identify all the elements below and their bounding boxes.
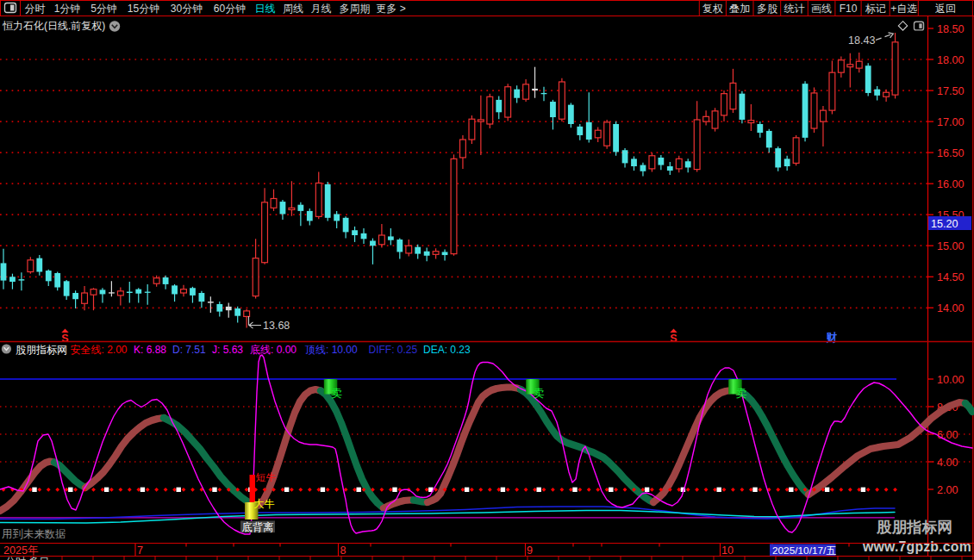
svg-text:18.43: 18.43: [848, 34, 876, 47]
svg-text:14.50: 14.50: [937, 271, 965, 283]
svg-text:分时 多日: 分时 多日: [5, 556, 49, 560]
svg-text:卖: 卖: [331, 387, 342, 400]
svg-text:1分钟: 1分钟: [54, 3, 81, 15]
svg-text:标记: 标记: [865, 3, 886, 15]
svg-text:6.00: 6.00: [937, 429, 958, 441]
svg-text:恒力石化(日线.前复权): 恒力石化(日线.前复权): [2, 20, 105, 32]
svg-text:30分钟: 30分钟: [171, 3, 203, 15]
svg-text:复权: 复权: [702, 3, 723, 15]
svg-text:多股: 多股: [757, 3, 777, 15]
svg-text:统计: 统计: [784, 3, 805, 15]
svg-text:16.50: 16.50: [937, 147, 965, 159]
svg-text:F10: F10: [840, 3, 858, 15]
svg-text:S: S: [670, 333, 677, 345]
svg-text:10: 10: [721, 544, 734, 557]
svg-text:日线: 日线: [255, 3, 276, 15]
svg-text:叠加: 叠加: [729, 3, 750, 15]
svg-text:卖: 卖: [736, 387, 747, 400]
svg-text:股朋指标网 安全线: 2.00 K: 6.88 D: 7.5: 股朋指标网 安全线: 2.00 K: 6.88 D: 7.51 J: 5.63 …: [16, 344, 471, 356]
svg-text:大牛: 大牛: [253, 498, 275, 510]
svg-text:底背离: 底背离: [242, 521, 274, 533]
svg-text:5分钟: 5分钟: [91, 3, 117, 15]
svg-text:17.50: 17.50: [937, 85, 965, 97]
svg-text:18.00: 18.00: [937, 54, 965, 66]
svg-text:更多 >: 更多 >: [376, 3, 405, 15]
svg-text:短牛: 短牛: [256, 471, 277, 483]
svg-text:10.00: 10.00: [937, 374, 965, 386]
svg-text:14.00: 14.00: [937, 302, 965, 314]
svg-text:周线: 周线: [283, 3, 303, 15]
svg-text:2.00: 2.00: [937, 484, 958, 496]
svg-text:9: 9: [527, 544, 533, 557]
svg-text:股朋指标网: 股朋指标网: [876, 519, 952, 536]
svg-text:返回: 返回: [935, 3, 956, 15]
svg-text:15.20: 15.20: [931, 218, 958, 230]
svg-text:15分钟: 15分钟: [128, 3, 159, 15]
svg-text:画线: 画线: [811, 3, 832, 15]
svg-text:7: 7: [137, 544, 143, 557]
svg-text:+自选: +自选: [890, 3, 917, 15]
svg-text:60分钟: 60分钟: [214, 3, 246, 15]
svg-text:13.68: 13.68: [263, 320, 290, 332]
svg-text:月线: 月线: [311, 3, 332, 15]
svg-text:2025/10/17/五: 2025/10/17/五: [772, 544, 836, 557]
svg-text:卖: 卖: [534, 387, 545, 400]
svg-text:多周期: 多周期: [340, 3, 371, 15]
svg-text:2025年: 2025年: [3, 544, 39, 557]
svg-text:17.00: 17.00: [937, 116, 965, 128]
svg-text:4.00: 4.00: [937, 457, 958, 469]
svg-text:用到未来数据: 用到未来数据: [2, 528, 66, 540]
svg-text:15.00: 15.00: [937, 240, 965, 252]
svg-text:S: S: [61, 333, 68, 345]
svg-text:8: 8: [340, 544, 347, 557]
svg-text:分时: 分时: [25, 3, 46, 15]
svg-text:www.7gpzb.com: www.7gpzb.com: [862, 539, 971, 554]
svg-text:18.50: 18.50: [937, 23, 965, 35]
svg-text:16.00: 16.00: [937, 178, 965, 190]
